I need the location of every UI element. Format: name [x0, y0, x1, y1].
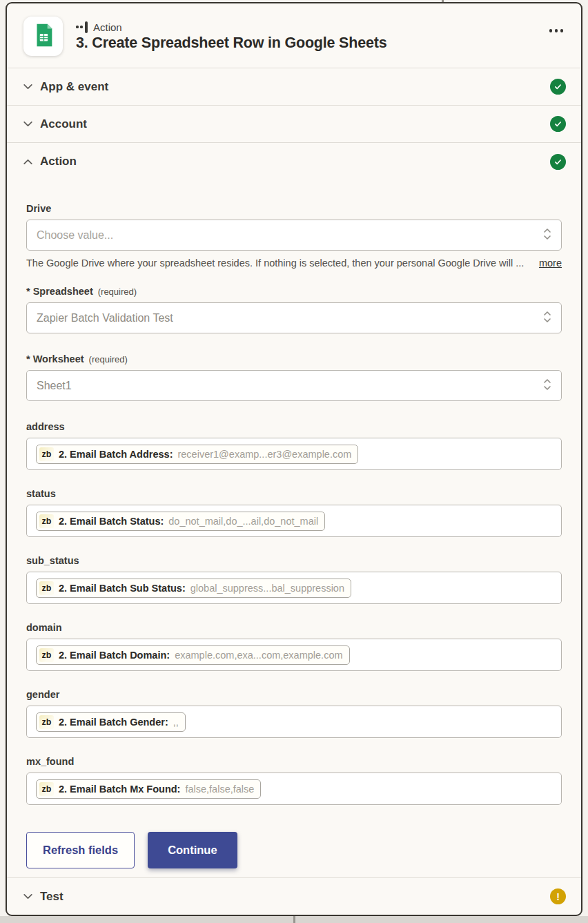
mapped-field-input[interactable]: zb 2. Email Batch Gender: ,, — [26, 706, 562, 738]
step-type-label: Action — [93, 21, 122, 33]
field-label: domain — [26, 622, 62, 633]
mapped-fields-list: address zb 2. Email Batch Address: recei… — [26, 421, 562, 805]
mapped-field: sub_status zb 2. Email Batch Sub Status:… — [26, 555, 562, 604]
token-value: global_suppress...bal_suppression — [190, 583, 344, 594]
token-label: 2. Email Batch Address: — [59, 449, 173, 460]
continue-button[interactable]: Continue — [148, 832, 237, 868]
mapped-value-token[interactable]: zb 2. Email Batch Mx Found: false,false,… — [36, 779, 261, 799]
field-label: sub_status — [26, 555, 79, 566]
mapped-field-input[interactable]: zb 2. Email Batch Mx Found: false,false,… — [26, 773, 562, 805]
google-sheets-icon — [30, 22, 57, 51]
section-test[interactable]: Test ! — [7, 877, 581, 915]
drive-select-placeholder: Choose value... — [37, 229, 542, 242]
mapped-field: domain zb 2. Email Batch Domain: example… — [26, 622, 562, 671]
section-label: App & event — [40, 80, 550, 94]
warning-exclamation-icon: ! — [550, 888, 566, 904]
section-label: Account — [40, 117, 550, 131]
token-label: 2. Email Batch Status: — [59, 516, 164, 527]
section-app-and-event[interactable]: App & event — [7, 68, 581, 106]
token-label: 2. Email Batch Domain: — [59, 650, 170, 661]
mapped-value-token[interactable]: zb 2. Email Batch Status: do_not_mail,do… — [36, 512, 325, 531]
step-options-menu-button[interactable] — [548, 25, 565, 37]
token-value: example.com,exa...com,example.com — [175, 650, 342, 661]
step-header-text: Action 3. Create Spreadsheet Row in Goog… — [76, 21, 548, 52]
field-spreadsheet: * Spreadsheet (required) Zapier Batch Va… — [26, 286, 562, 333]
required-note: (required) — [89, 354, 128, 365]
updown-chevron-icon — [542, 226, 552, 244]
field-label: mx_found — [26, 756, 74, 767]
mapped-field-input[interactable]: zb 2. Email Batch Address: receiver1@exa… — [26, 438, 562, 470]
chevron-down-icon — [22, 81, 34, 93]
token-value: receiver1@examp...er3@example.com — [177, 449, 351, 460]
section-action[interactable]: Action — [7, 143, 581, 180]
editor-canvas-strip — [0, 916, 588, 923]
zap-step-card: Action 3. Create Spreadsheet Row in Goog… — [6, 2, 582, 916]
zerobounce-app-icon: zb — [39, 715, 54, 729]
chevron-down-icon — [22, 118, 34, 130]
mapped-field-input[interactable]: zb 2. Email Batch Domain: example.com,ex… — [26, 639, 562, 671]
mapped-field: address zb 2. Email Batch Address: recei… — [26, 421, 562, 470]
mapped-value-token[interactable]: zb 2. Email Batch Sub Status: global_sup… — [36, 579, 351, 598]
zerobounce-app-icon: zb — [39, 581, 54, 595]
form-buttons: Refresh fields Continue — [26, 832, 562, 868]
mapped-value-token[interactable]: zb 2. Email Batch Gender: ,, — [36, 712, 186, 732]
section-label: Test — [40, 890, 550, 904]
success-check-icon — [550, 79, 566, 95]
field-label: * Worksheet — [26, 353, 84, 365]
worksheet-select[interactable]: Sheet1 — [26, 370, 562, 401]
chevron-up-icon — [22, 156, 34, 168]
token-label: 2. Email Batch Mx Found: — [59, 784, 180, 795]
drive-help-text: The Google Drive where your spreadsheet … — [26, 258, 529, 269]
zerobounce-app-icon: zb — [39, 447, 54, 461]
zerobounce-app-icon: zb — [39, 648, 54, 662]
field-drive: Drive Choose value... The Google Drive w… — [26, 203, 562, 269]
drive-select[interactable]: Choose value... — [26, 220, 562, 251]
field-label: status — [26, 488, 56, 499]
field-label: Drive — [26, 203, 51, 214]
chevron-down-icon — [22, 891, 34, 902]
field-label: gender — [26, 689, 59, 700]
mapped-field: gender zb 2. Email Batch Gender: ,, — [26, 689, 562, 738]
success-check-icon — [550, 116, 566, 132]
field-label: * Spreadsheet — [26, 286, 93, 297]
mapped-field-input[interactable]: zb 2. Email Batch Sub Status: global_sup… — [26, 572, 562, 604]
step-title: 3. Create Spreadsheet Row in Google Shee… — [76, 35, 548, 52]
ellipsis-icon — [549, 29, 553, 32]
field-label: address — [26, 421, 65, 432]
mapped-field-input[interactable]: zb 2. Email Batch Status: do_not_mail,do… — [26, 505, 562, 537]
field-worksheet: * Worksheet (required) Sheet1 — [26, 353, 562, 401]
action-step-icon — [76, 21, 88, 33]
mapped-field: status zb 2. Email Batch Status: do_not_… — [26, 488, 562, 537]
action-config-form: Drive Choose value... The Google Drive w… — [7, 180, 581, 877]
updown-chevron-icon — [542, 377, 552, 395]
zerobounce-app-icon: zb — [39, 514, 54, 528]
zerobounce-app-icon: zb — [39, 782, 54, 796]
spreadsheet-select[interactable]: Zapier Batch Validation Test — [26, 302, 562, 333]
section-account[interactable]: Account — [7, 106, 581, 143]
mapped-field: mx_found zb 2. Email Batch Mx Found: fal… — [26, 756, 562, 805]
section-label: Action — [40, 155, 550, 168]
token-value: false,false,false — [185, 784, 254, 795]
more-link[interactable]: more — [539, 258, 562, 269]
spreadsheet-select-value: Zapier Batch Validation Test — [37, 312, 542, 324]
worksheet-select-value: Sheet1 — [37, 380, 542, 392]
updown-chevron-icon — [542, 309, 552, 327]
token-label: 2. Email Batch Sub Status: — [59, 583, 186, 594]
google-sheets-app-tile — [23, 17, 63, 56]
mapped-value-token[interactable]: zb 2. Email Batch Domain: example.com,ex… — [36, 645, 350, 665]
step-connector-line-bottom — [293, 916, 295, 923]
required-note: (required) — [98, 286, 137, 297]
token-label: 2. Email Batch Gender: — [59, 717, 168, 728]
token-value: ,, — [173, 717, 179, 728]
step-header: Action 3. Create Spreadsheet Row in Goog… — [7, 3, 581, 68]
mapped-value-token[interactable]: zb 2. Email Batch Address: receiver1@exa… — [36, 445, 358, 464]
success-check-icon — [550, 154, 566, 170]
token-value: do_not_mail,do_...ail,do_not_mail — [168, 516, 318, 527]
refresh-fields-button[interactable]: Refresh fields — [26, 832, 135, 868]
